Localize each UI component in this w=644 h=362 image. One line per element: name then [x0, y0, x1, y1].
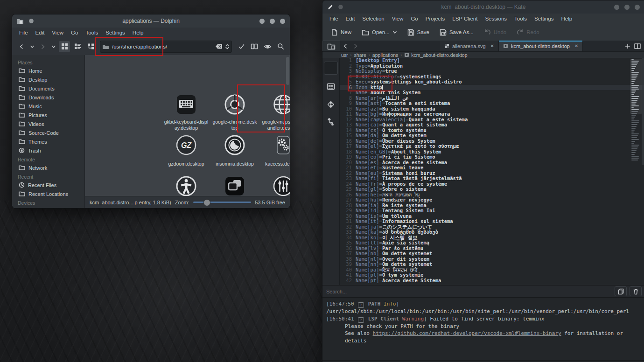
- editor-minimap[interactable]: [631, 59, 641, 161]
- sidebar-item-recent-locations[interactable]: Recent Locations: [12, 189, 84, 198]
- log-link[interactable]: https://github.com/redhat-developer/vsco…: [373, 330, 561, 336]
- split-editor-icon[interactable]: [634, 43, 641, 49]
- search-button[interactable]: [275, 41, 286, 52]
- save-button[interactable]: Save: [404, 27, 433, 38]
- output-search-input[interactable]: [325, 288, 612, 295]
- minimize-button[interactable]: [259, 19, 265, 24]
- menu-edit[interactable]: Edit: [32, 28, 48, 37]
- new-button[interactable]: New: [327, 27, 355, 38]
- output-panel[interactable]: [16:47:50 › PATH Info] /usr/local/sbin:/…: [322, 297, 644, 360]
- menu-edit[interactable]: Edit: [343, 14, 358, 23]
- menu-settings[interactable]: Settings: [531, 14, 557, 23]
- menu-selection[interactable]: Selection: [359, 14, 387, 23]
- menu-go[interactable]: Go: [407, 14, 421, 23]
- sidebar-item-home[interactable]: Home: [12, 66, 84, 75]
- forward-dropdown[interactable]: [50, 41, 57, 52]
- menu-help[interactable]: Help: [558, 14, 576, 23]
- file-google-maps-geo-handler-desktop[interactable]: google-maps-geo-handler.desktop: [259, 91, 290, 132]
- menu-help[interactable]: Help: [129, 28, 147, 37]
- location-input[interactable]: [111, 43, 213, 50]
- undo-button[interactable]: Undo: [480, 27, 511, 37]
- open-button[interactable]: Open...: [358, 28, 401, 37]
- sidebar-item-videos[interactable]: Videos: [12, 119, 84, 128]
- merge-tool-button[interactable]: [324, 116, 337, 128]
- dolphin-scrollbar[interactable]: [286, 57, 289, 85]
- menu-file[interactable]: File: [326, 14, 342, 23]
- minimap-viewport[interactable]: [630, 59, 642, 114]
- tab-back-button[interactable]: [340, 41, 350, 51]
- minimize-button[interactable]: [614, 5, 619, 10]
- sidebar-item-pictures[interactable]: Pictures: [12, 111, 84, 119]
- back-dropdown[interactable]: [29, 41, 35, 52]
- breadcrumb-share[interactable]: share: [354, 52, 366, 58]
- file-kaccess-desktop[interactable]: kaccess.desktop: [259, 132, 290, 167]
- menu-view[interactable]: View: [49, 28, 67, 37]
- file-google-chrome-desktop[interactable]: google-chrome.desktop: [211, 91, 259, 132]
- toggle-documents-button[interactable]: [322, 41, 340, 51]
- sidebar-item-downloads[interactable]: Downloads: [12, 93, 84, 102]
- pin-icon[interactable]: [338, 4, 343, 10]
- menu-tools[interactable]: Tools: [82, 28, 101, 37]
- menu-projects[interactable]: Projects: [422, 14, 448, 23]
- tab-kcm-about-distro-desktop[interactable]: kcm_about-distro.desktop✕: [499, 41, 583, 51]
- clear-output-icon[interactable]: [630, 286, 642, 296]
- dolphin-view[interactable]: gkbd-keyboard-display.desktopgoogle-chro…: [85, 55, 290, 209]
- file-insomnia-desktop[interactable]: insomnia.desktop: [211, 132, 259, 167]
- sidebar-item-recent-files[interactable]: Recent Files: [12, 181, 84, 189]
- sidebar-item-music[interactable]: Music: [12, 102, 84, 111]
- details-view-button[interactable]: [72, 41, 83, 52]
- close-button[interactable]: [280, 19, 285, 24]
- dolphin-titlebar[interactable]: applications — Dolphin: [12, 14, 290, 28]
- editor-scrollbar[interactable]: [642, 58, 644, 165]
- pin-icon[interactable]: [28, 18, 34, 24]
- redo-button[interactable]: Redo: [513, 27, 543, 37]
- location-bar[interactable]: [100, 41, 232, 53]
- documents-tool-button[interactable]: [324, 62, 338, 75]
- tab-alienarena-svg[interactable]: alienarena.svg✕: [440, 41, 499, 51]
- kate-titlebar[interactable]: kcm_about-distro.desktop — Kate: [322, 0, 644, 14]
- icons-view-button[interactable]: [59, 41, 70, 52]
- git-tool-button[interactable]: [324, 98, 337, 110]
- file-gzdoom-desktop[interactable]: GZgzdoom.desktop: [162, 132, 210, 167]
- file-gkbd-keyboard-display-desktop[interactable]: gkbd-keyboard-display.desktop: [162, 91, 210, 132]
- close-tab-icon[interactable]: ✕: [574, 43, 578, 49]
- breadcrumb-usr[interactable]: usr: [341, 52, 348, 58]
- sidebar-item-trash[interactable]: Trash: [12, 146, 84, 155]
- breadcrumb-applications[interactable]: applications: [372, 52, 398, 58]
- tab-forward-button[interactable]: [350, 41, 361, 51]
- sidebar-item-source-code[interactable]: Source-Code: [12, 128, 84, 137]
- tree-view-button[interactable]: [85, 41, 96, 52]
- menu-lsp-client[interactable]: LSP Client: [449, 14, 481, 23]
- menu-file[interactable]: File: [16, 28, 31, 37]
- symbols-tool-button[interactable]: [324, 80, 337, 92]
- code-line[interactable]: 5Exec=systemsettings kcm_about-distro: [340, 79, 644, 85]
- zoom-slider-handle[interactable]: [203, 199, 210, 206]
- code-line[interactable]: 42Name[pt]=Acerca deste Sistema: [340, 278, 644, 284]
- quick-open-icon[interactable]: [625, 43, 630, 49]
- sidebar-item-network[interactable]: Network: [12, 163, 84, 172]
- sidebar-item-themes[interactable]: Themes: [12, 137, 84, 146]
- forward-button[interactable]: [37, 41, 49, 52]
- zoom-slider[interactable]: [193, 202, 251, 203]
- menu-settings[interactable]: Settings: [102, 28, 128, 37]
- menu-tools[interactable]: Tools: [511, 14, 530, 23]
- close-button[interactable]: [635, 5, 640, 10]
- back-button[interactable]: [16, 41, 27, 52]
- accept-button[interactable]: [236, 41, 247, 52]
- preview-button[interactable]: [262, 41, 273, 52]
- close-tab-icon[interactable]: ✕: [490, 43, 494, 49]
- copy-icon[interactable]: [615, 286, 627, 296]
- maximize-button[interactable]: [624, 5, 630, 10]
- sidebar-item-desktop[interactable]: Desktop: [12, 75, 84, 84]
- location-spinner-icon[interactable]: [225, 43, 230, 50]
- save-as-button[interactable]: Save As...: [436, 27, 477, 38]
- maximize-button[interactable]: [270, 19, 275, 24]
- menu-sessions[interactable]: Sessions: [482, 14, 510, 23]
- sidebar-item-documents[interactable]: Documents: [12, 84, 84, 93]
- breadcrumb-kcm-about-distro-desktop[interactable]: kcm_about-distro.desktop: [404, 52, 467, 58]
- split-view-button[interactable]: [249, 41, 260, 52]
- kate-editor[interactable]: 1[Desktop Entry]2Type=Application3NoDisp…: [340, 58, 644, 285]
- menu-go[interactable]: Go: [68, 28, 81, 37]
- menu-view[interactable]: View: [389, 14, 407, 23]
- clear-location-icon[interactable]: [215, 43, 223, 49]
